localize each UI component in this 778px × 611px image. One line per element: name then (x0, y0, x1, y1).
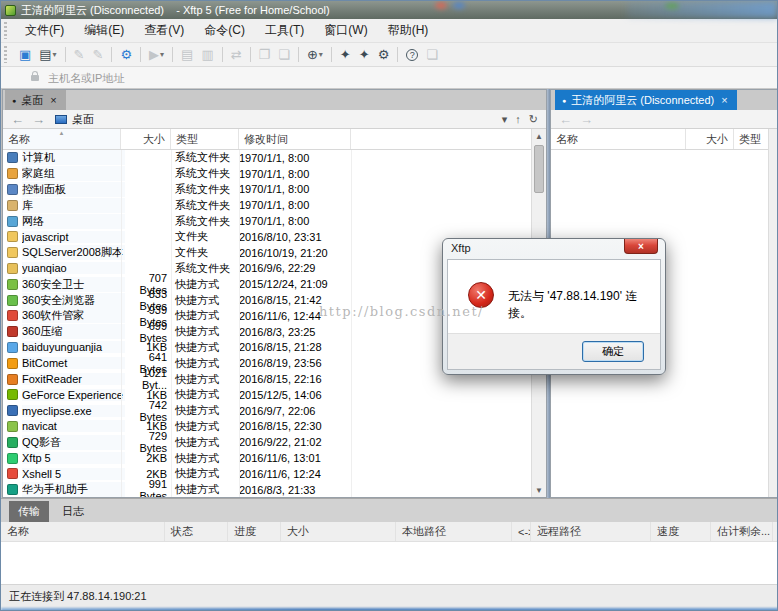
file-row[interactable]: navicat 1KB 快捷方式 2016/8/15, 22:30 (3, 419, 531, 435)
smudge-red (435, 2, 447, 9)
remote-tab-strip: ● 王清的阿里云 (Disconnected) × (551, 90, 777, 110)
path-dropdown-icon[interactable]: ▾ (498, 113, 512, 126)
transfer-column-5[interactable]: <-> (512, 522, 531, 541)
file-icon (7, 184, 18, 195)
file-icon (7, 168, 18, 179)
menu-view[interactable]: 查看(V) (144, 22, 184, 39)
help-icon[interactable]: ? (402, 48, 422, 62)
column-type[interactable]: 类型 (734, 129, 768, 149)
file-row[interactable]: 控制面板 系统文件夹 1970/1/1, 8:00 (3, 182, 531, 198)
dropdown-caret-icon[interactable]: ▾ (319, 50, 323, 59)
tab-remote-session[interactable]: ● 王清的阿里云 (Disconnected) × (555, 90, 737, 110)
forward-icon[interactable]: → (28, 112, 49, 127)
run-icon: ▶▾ (145, 46, 168, 63)
bottom-tab-strip: 传输日志 (1, 498, 778, 522)
transfer-column-3[interactable]: 大小 (281, 522, 396, 541)
open-folder-icon[interactable]: ▤▾ (35, 46, 60, 63)
remote-column-headers: 名称 大小 类型 (551, 129, 768, 150)
file-icon (7, 421, 18, 432)
transfer-column-1[interactable]: 状态 (165, 522, 228, 541)
new-session-icon[interactable]: ▣ (15, 46, 35, 63)
transfer-column-6[interactable]: 远程路径 (531, 522, 651, 541)
connect-icon: ✎ (70, 46, 89, 63)
transfer-list-empty (1, 542, 778, 584)
menu-edit[interactable]: 编辑(E) (84, 22, 124, 39)
file-row[interactable]: Xftp 5 2KB 快捷方式 2016/11/6, 13:01 (3, 450, 531, 466)
file-row[interactable]: QQ影音 729 Bytes 快捷方式 2016/9/22, 21:02 (3, 434, 531, 450)
desktop-icon (55, 115, 67, 124)
menu-file[interactable]: 文件(F) (25, 22, 64, 39)
toolbar-separator (140, 47, 141, 62)
local-path: 桌面 (72, 112, 94, 127)
dialog-close-button[interactable]: × (624, 239, 658, 254)
file-row[interactable]: 库 系统文件夹 1970/1/1, 8:00 (3, 197, 531, 213)
file-row[interactable]: GeForce Experience 1KB 快捷方式 2015/12/5, 1… (3, 387, 531, 403)
transfer-column-0[interactable]: 名称 (1, 522, 165, 541)
file-row[interactable]: 家庭组 系统文件夹 1970/1/1, 8:00 (3, 166, 531, 182)
tab-close-icon[interactable]: × (719, 94, 729, 106)
file-icon (7, 279, 18, 290)
file-row[interactable]: Xshell 5 2KB 快捷方式 2016/11/6, 12:24 (3, 466, 531, 482)
column-name[interactable]: 名称 (551, 129, 686, 149)
toolbar-separator (172, 47, 173, 62)
scroll-up-icon[interactable]: ▲ (535, 129, 543, 143)
tab-transfer[interactable]: 传输 (9, 501, 49, 522)
remote-scrollbar[interactable] (768, 129, 777, 497)
host-address-input[interactable] (46, 71, 346, 85)
file-icon (7, 374, 18, 385)
web-icon[interactable]: ⊕▾ (303, 46, 327, 63)
file-icon (7, 405, 18, 416)
folder-up-icon[interactable]: ↑ (511, 113, 525, 125)
menu-tools[interactable]: 工具(T) (265, 22, 304, 39)
local-nav-bar: ← → 桌面 ▾ ↑ ↻ (3, 110, 546, 129)
xagent-icon[interactable]: ✦ (355, 46, 374, 63)
status-text: 正在连接到 47.88.14.190:21 (9, 589, 147, 604)
address-bar (1, 67, 778, 89)
refresh-icon[interactable]: ↻ (525, 113, 542, 126)
tab-desktop[interactable]: ● 桌面 × (5, 90, 66, 110)
back-icon[interactable]: ← (555, 112, 576, 127)
file-row[interactable]: myeclipse.exe 742 Bytes 快捷方式 2016/9/7, 2… (3, 403, 531, 419)
transfer-column-headers: 名称状态进度大小本地路径<->远程路径速度估计剩余... (1, 522, 778, 542)
file-row[interactable]: 计算机 系统文件夹 1970/1/1, 8:00 (3, 150, 531, 166)
new-file-icon: ▤ (177, 46, 197, 63)
back-icon[interactable]: ← (7, 112, 28, 127)
toolbar-separator (397, 47, 398, 62)
transfer-column-2[interactable]: 进度 (228, 522, 281, 541)
settings-icon[interactable]: ⚙ (374, 46, 394, 63)
dropdown-caret-icon[interactable]: ▾ (160, 50, 164, 59)
tab-log[interactable]: 日志 (53, 501, 93, 522)
transfer-column-4[interactable]: 本地路径 (396, 522, 512, 541)
disconnect-icon: ✎ (89, 46, 108, 63)
dropdown-caret-icon[interactable]: ▾ (53, 50, 57, 59)
scrollbar-thumb[interactable] (534, 145, 544, 193)
menu-command[interactable]: 命令(C) (204, 22, 245, 39)
transfer-column-8[interactable]: 估计剩余... (711, 522, 773, 541)
toolbar-separator (65, 47, 66, 62)
file-icon (7, 263, 18, 274)
copy-icon: ❐ (255, 46, 275, 63)
tab-desktop-label: 桌面 (21, 93, 43, 108)
file-icon (7, 326, 18, 337)
xftp-app-icon (5, 5, 16, 16)
menu-window[interactable]: 窗口(W) (324, 22, 367, 39)
column-size[interactable]: 大小 (686, 129, 734, 149)
tab-close-icon[interactable]: × (48, 94, 58, 106)
forward-icon[interactable]: → (576, 112, 597, 127)
xshell-icon[interactable]: ✦ (336, 46, 355, 63)
toolbar-separator (250, 47, 251, 62)
file-icon (7, 437, 18, 448)
file-row[interactable]: 网络 系统文件夹 1970/1/1, 8:00 (3, 213, 531, 229)
column-size[interactable]: 大小 (121, 129, 171, 149)
column-type[interactable]: 类型 (171, 129, 239, 149)
menu-help[interactable]: 帮助(H) (388, 22, 429, 39)
column-name[interactable]: ▴ 名称 (3, 129, 121, 149)
paste-icon: ❏ (274, 46, 294, 63)
file-row[interactable]: 华为手机助手 991 Bytes 快捷方式 2016/8/3, 21:33 (3, 482, 531, 497)
session-properties-icon[interactable]: ⚙ (116, 46, 136, 63)
scroll-down-icon[interactable]: ▼ (535, 483, 543, 497)
transfer-column-7[interactable]: 速度 (651, 522, 711, 541)
column-modified[interactable]: 修改时间 (239, 129, 351, 149)
toolbar-separator (298, 47, 299, 62)
ok-button[interactable]: 确定 (582, 341, 644, 362)
